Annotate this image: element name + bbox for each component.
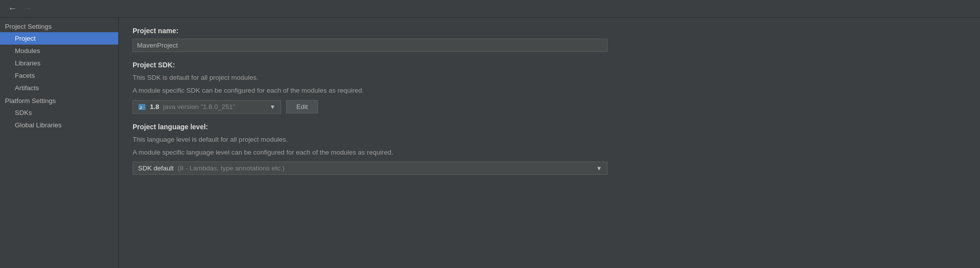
sdk-dropdown-arrow: ▼ [270, 104, 276, 110]
lang-dropdown-arrow: ▼ [596, 165, 602, 172]
project-sdk-label: Project SDK: [133, 61, 966, 69]
sidebar-item-libraries[interactable]: Libraries [0, 57, 118, 69]
sdk-dropdown[interactable]: J 1.8 java version "1.8.0_251" ▼ [133, 100, 281, 114]
java-icon: J [138, 103, 146, 111]
toolbar: ← → [0, 0, 980, 18]
language-level-dropdown[interactable]: SDK default (8 - Lambdas, type annotatio… [133, 161, 607, 175]
project-lang-section: Project language level: This language le… [133, 123, 966, 175]
project-settings-section: Project Settings [0, 20, 118, 32]
project-name-input[interactable] [133, 39, 607, 52]
sidebar: Project Settings Project Modules Librari… [0, 18, 119, 268]
sidebar-item-modules[interactable]: Modules [0, 45, 118, 57]
project-name-label: Project name: [133, 27, 966, 35]
sidebar-item-sdks[interactable]: SDKs [0, 107, 118, 119]
sdk-row: J 1.8 java version "1.8.0_251" ▼ Edit [133, 100, 966, 114]
main-layout: Project Settings Project Modules Librari… [0, 18, 980, 268]
lang-desc2: A module specific language level can be … [133, 148, 966, 158]
sidebar-item-artifacts[interactable]: Artifacts [0, 82, 118, 94]
project-lang-label: Project language level: [133, 123, 966, 131]
content-area: Project name: Project SDK: This SDK is d… [119, 18, 980, 268]
lang-value: SDK default [138, 164, 174, 172]
platform-settings-section: Platform Settings [0, 94, 118, 107]
sdk-version: 1.8 [150, 103, 159, 110]
lang-detail: (8 - Lambdas, type annotations etc.) [178, 164, 284, 172]
sdk-detail: java version "1.8.0_251" [163, 103, 235, 110]
lang-desc1: This language level is default for all p… [133, 135, 966, 145]
sidebar-item-facets[interactable]: Facets [0, 69, 118, 82]
svg-text:J: J [140, 106, 141, 110]
sdk-desc2: A module specific SDK can be configured … [133, 86, 966, 96]
forward-button[interactable]: → [20, 3, 35, 14]
sidebar-item-project[interactable]: Project [0, 32, 118, 45]
back-button[interactable]: ← [5, 3, 20, 14]
sdk-desc1: This SDK is default for all project modu… [133, 73, 966, 83]
edit-sdk-button[interactable]: Edit [286, 100, 318, 113]
sidebar-item-global-libraries[interactable]: Global Libraries [0, 119, 118, 131]
project-sdk-section: Project SDK: This SDK is default for all… [133, 61, 966, 114]
project-name-section: Project name: [133, 27, 966, 52]
